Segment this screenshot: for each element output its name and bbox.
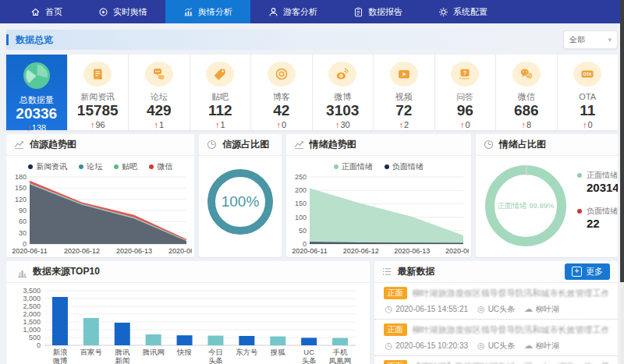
sentiment-share-panel: 情绪占比图 正面情绪 99.89% 正面情绪20314负面情绪22: [476, 134, 618, 257]
svg-text:30: 30: [19, 229, 27, 237]
panel-title: 最新数据: [398, 265, 435, 278]
stat-card-1[interactable]: 总数据量20336↑138: [6, 55, 68, 130]
news-item-3[interactable]: 正面【柳叶湖】常德柳叶湖集城、湖、山、洲为一体，是天然氧吧的生态综合旅…◷202…: [374, 356, 618, 364]
svg-text:100: 100: [295, 214, 307, 221]
sentiment-legend-item: 负面情绪22: [577, 206, 618, 231]
tag-icon: [206, 62, 234, 87]
stat-card-7[interactable]: 视频72↑2: [374, 55, 435, 130]
svg-text:?: ?: [463, 69, 467, 76]
svg-text:60: 60: [19, 217, 27, 225]
stat-label: 微博: [334, 92, 351, 102]
scrollbar[interactable]: [620, 0, 624, 364]
legend-label: 新闻资讯: [36, 161, 67, 172]
delta-value: 8: [526, 120, 531, 129]
nav-item-5[interactable]: 数据报告: [335, 0, 420, 23]
legend-row-top: 负面情绪: [577, 206, 618, 217]
delta-value: 1: [159, 120, 164, 129]
stat-card-5[interactable]: 博客42↑0: [251, 55, 313, 130]
section-title-text: 数据总览: [16, 34, 53, 47]
news-item-1[interactable]: 正面柳叶湖旅游度假区领导督导防汛和城市长效管理工作◷2020-06-15 14:…: [374, 283, 618, 320]
panel-title: 信源趋势图: [30, 138, 76, 151]
section-bar: 数据总览 全部 ▾: [6, 30, 618, 50]
qa-icon: ?: [451, 62, 479, 87]
nav-item-1[interactable]: 首页: [12, 0, 80, 23]
svg-text:120: 120: [15, 196, 27, 203]
stat-delta: ↑0: [583, 119, 593, 130]
donut-center-label: 正面情绪 99.89%: [498, 201, 555, 211]
legend-item: 微信: [149, 161, 172, 172]
news-item-top: 正面柳叶湖旅游度假区领导督导防汛和城市长效管理工作: [384, 288, 608, 299]
up-arrow-icon: ↑: [154, 120, 158, 129]
up-arrow-icon: ↑: [27, 123, 31, 133]
stat-value: 20336: [16, 105, 57, 122]
svg-text:150: 150: [295, 200, 307, 207]
svg-text:腾讯网: 腾讯网: [142, 348, 165, 356]
svg-text:手机: 手机: [333, 348, 349, 356]
legend-item: 正面情绪: [334, 161, 373, 172]
bar-chart-icon: [14, 265, 27, 278]
up-arrow-icon: ↑: [335, 120, 340, 129]
svg-text:2,000: 2,000: [23, 310, 41, 318]
pie-icon: [23, 62, 51, 90]
svg-text:腾讯: 腾讯: [115, 348, 130, 356]
home-icon: [30, 7, 41, 17]
nav-item-label: 游客分析: [283, 6, 317, 18]
globe-icon: ◎: [477, 341, 485, 351]
top10-panel: 数据来源TOP10 05001,0001,5002,0002,5003,0003…: [6, 261, 370, 364]
stat-card-9[interactable]: 微信686↑8: [496, 55, 558, 130]
weibo-icon: [328, 62, 356, 87]
stat-value: 96: [457, 102, 473, 119]
sentiment-badge: 正面: [384, 287, 407, 299]
svg-text:搜狐: 搜狐: [270, 348, 286, 356]
news-title: 【柳叶湖】常德柳叶湖集城、湖、山、洲为一体，是天然氧吧的生态综合旅…: [413, 361, 608, 364]
news-author-group: ☁柳叶湖: [524, 341, 559, 351]
scrollbar-thumb[interactable]: [620, 0, 624, 282]
svg-text:1,500: 1,500: [23, 318, 41, 326]
stat-delta: ↑0: [460, 119, 470, 130]
stat-card-10[interactable]: OTAOTA11↑0: [558, 55, 619, 130]
svg-text:头条: 头条: [208, 356, 223, 364]
panel-title: 情绪占比图: [499, 138, 546, 151]
globe-icon: ◎: [477, 304, 485, 314]
nav-item-6[interactable]: 系统配置: [420, 0, 505, 23]
legend-dot: [577, 209, 582, 214]
stat-card-8[interactable]: ?问答96↑0: [435, 55, 497, 130]
stat-card-4[interactable]: 贴吧112↑1: [190, 55, 252, 130]
svg-text:OTA: OTA: [583, 72, 592, 76]
legend-dot: [334, 164, 339, 169]
chart-legend: 正面情绪负面情绪: [286, 156, 471, 173]
stat-cards: 总数据量20336↑138新闻资讯15785↑96论坛429↑1贴吧112↑1博…: [6, 55, 618, 130]
cloud-icon: ☁: [524, 304, 533, 314]
pie-chart-icon: [484, 140, 494, 150]
svg-text:500: 500: [29, 334, 41, 341]
svg-text:2020-06-14: 2020-06-14: [168, 247, 192, 255]
stat-card-2[interactable]: 新闻资讯15785↑96: [68, 55, 129, 130]
panel-title: 情绪趋势图: [310, 138, 356, 151]
news-item-2[interactable]: 正面柳叶湖旅游度假区领导督导防汛和城市长效管理工作◷2020-06-15 10:…: [374, 320, 618, 356]
stat-value: 15785: [77, 102, 119, 119]
nav-item-3[interactable]: 舆情分析: [165, 0, 250, 23]
nav-item-label: 数据报告: [368, 6, 402, 18]
svg-text:180: 180: [15, 173, 27, 181]
section-title: 数据总览: [6, 30, 554, 50]
stat-card-3[interactable]: 论坛429↑1: [129, 55, 190, 130]
up-arrow-icon: ↑: [399, 120, 403, 129]
more-button[interactable]: + 更多: [565, 263, 610, 280]
sentiment-badge: 正面: [384, 360, 407, 364]
legend-label: 正面情绪: [587, 170, 618, 181]
filter-value: 全部: [569, 34, 585, 45]
svg-text:新浪: 新浪: [52, 348, 68, 356]
panel-header: 情绪占比图: [476, 134, 618, 156]
legend-label: 正面情绪: [342, 161, 373, 172]
up-arrow-icon: ↑: [276, 120, 281, 129]
news-author-group: ☁柳叶湖: [524, 304, 559, 314]
sentiment-badge: 正面: [384, 323, 407, 336]
stat-card-6[interactable]: 微博3103↑30: [313, 55, 374, 130]
sentiment-legend: 正面情绪20314负面情绪22: [577, 170, 618, 242]
nav-item-4[interactable]: 游客分析: [250, 0, 335, 23]
nav-item-2[interactable]: 实时舆情: [80, 0, 165, 23]
legend-value: 22: [587, 217, 618, 231]
legend-dot: [79, 164, 83, 169]
forum-icon: [145, 62, 173, 87]
data-range-select[interactable]: 全部 ▾: [563, 30, 618, 49]
